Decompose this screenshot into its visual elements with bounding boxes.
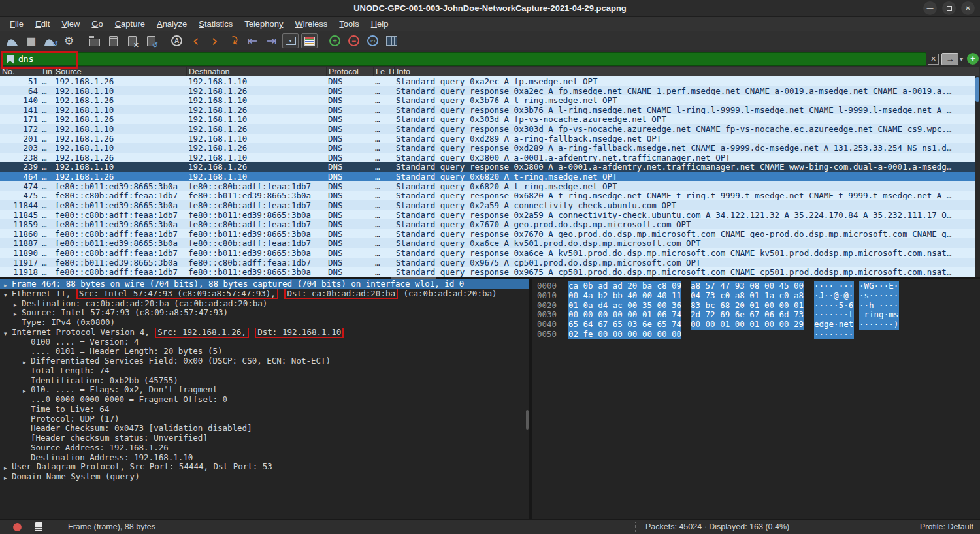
- packet-row-474[interactable]: 474…fe80::b011:ed39:8665:3b0afe80::c80b:…: [0, 181, 975, 191]
- collapsed-arrow-icon[interactable]: ▸: [14, 309, 17, 318]
- ascii-bytes[interactable]: ··h ····: [859, 301, 899, 311]
- add-filter-button[interactable]: +: [967, 53, 979, 65]
- packet-row-11859[interactable]: 11859…fe80::b011:ed39:8665:3b0afe80::c80…: [0, 219, 975, 229]
- detail-line[interactable]: Total Length: 74: [0, 366, 529, 376]
- ascii-bytes[interactable]: ···· ···: [814, 281, 854, 291]
- colorize-icon[interactable]: [301, 33, 318, 49]
- detail-line[interactable]: ▾Ethernet II, Src: Intel_57:47:93 (c8:09…: [0, 289, 529, 299]
- expert-info-icon[interactable]: [13, 523, 22, 531]
- hex-row[interactable]: 003000 00 00 00 00 01 06 742d 72 69 6e 6…: [532, 310, 980, 320]
- detail-line[interactable]: ▸010. .... = Flags: 0x2, Don't fragment: [0, 385, 529, 395]
- menu-analyze[interactable]: Analyze: [151, 17, 193, 31]
- menu-file[interactable]: File: [4, 17, 29, 31]
- menu-wireless[interactable]: Wireless: [289, 17, 334, 31]
- collapsed-arrow-icon[interactable]: ▸: [4, 463, 7, 472]
- collapsed-arrow-icon[interactable]: ▸: [23, 358, 26, 366]
- menu-capture[interactable]: Capture: [109, 17, 151, 31]
- detail-line[interactable]: Source Address: 192.168.1.26: [0, 443, 529, 453]
- packet-row-201[interactable]: 201…192.168.1.26192.168.1.10DNS…Standard…: [0, 134, 975, 144]
- ascii-bytes[interactable]: ·WG···E·: [859, 281, 899, 291]
- hex-bytes[interactable]: 00 4a b2 bb 40 00 40 11: [568, 291, 681, 301]
- detail-line[interactable]: [Header checksum status: Unverified]: [0, 433, 529, 443]
- packet-row-140[interactable]: 140…192.168.1.26192.168.1.10DNS…Standard…: [0, 95, 975, 105]
- packet-row-11844[interactable]: 11844…fe80::b011:ed39:8665:3b0afe80::c80…: [0, 200, 975, 210]
- detail-line[interactable]: ▸Source: Intel_57:47:93 (c8:09:a8:57:47:…: [0, 308, 529, 318]
- expanded-arrow-icon[interactable]: ▾: [4, 329, 7, 338]
- hex-bytes[interactable]: 00 00 00 00 00 01 06 74: [568, 310, 681, 320]
- scrollbar-thumb[interactable]: [975, 77, 979, 102]
- menu-tools[interactable]: Tools: [333, 17, 365, 31]
- packet-row-464[interactable]: 464…192.168.1.26192.168.1.10DNS…Standard…: [0, 172, 975, 181]
- reload-file-icon[interactable]: ↺: [142, 33, 160, 49]
- column-header-tc[interactable]: TC: [385, 67, 395, 76]
- apply-filter-button[interactable]: →: [941, 53, 958, 65]
- ascii-bytes[interactable]: edge·net: [814, 320, 854, 330]
- detail-line[interactable]: .... 0101 = Header Length: 20 bytes (5): [0, 347, 529, 356]
- packet-row-238[interactable]: 238…192.168.1.26192.168.1.10DNS…Standard…: [0, 153, 975, 163]
- detail-line[interactable]: ▸User Datagram Protocol, Src Port: 54444…: [0, 462, 529, 472]
- resize-columns-icon[interactable]: [383, 33, 400, 49]
- minimize-button[interactable]: —: [923, 1, 937, 15]
- expanded-arrow-icon[interactable]: ▾: [4, 291, 7, 299]
- hex-bytes[interactable]: 65 64 67 65 03 6e 65 74: [568, 320, 681, 330]
- packet-row-11860[interactable]: 11860…fe80::c80b:adff:feaa:1db7fe80::b01…: [0, 229, 975, 239]
- restart-capture-icon[interactable]: ↺: [41, 33, 59, 49]
- packet-row-51[interactable]: 51…192.168.1.26192.168.1.10DNS…Standard …: [0, 76, 975, 86]
- start-capture-icon[interactable]: [3, 33, 21, 49]
- hex-row[interactable]: 005002 fe 00 00 00 00 00 00········: [532, 330, 980, 339]
- clear-filter-button[interactable]: ✕: [928, 54, 939, 65]
- hex-bytes[interactable]: 04 73 c0 a8 01 1a c0 a8: [691, 291, 804, 301]
- packet-row-11918[interactable]: 11918…fe80::c80b:adff:feaa:1db7fe80::b01…: [0, 267, 975, 277]
- detail-line[interactable]: Identification: 0xb2bb (45755): [0, 376, 529, 386]
- zoom-in-icon[interactable]: +: [326, 33, 344, 49]
- collapsed-arrow-icon[interactable]: ▸: [4, 281, 7, 289]
- close-button[interactable]: ✕: [961, 1, 975, 15]
- splitter-handle-icon[interactable]: [391, 277, 436, 279]
- ascii-bytes[interactable]: ········: [814, 330, 854, 339]
- save-file-icon[interactable]: [105, 33, 122, 49]
- menu-help[interactable]: Help: [365, 17, 395, 31]
- column-header-tin[interactable]: Tin: [39, 67, 54, 76]
- packet-row-11887[interactable]: 11887…fe80::b011:ed39:8665:3b0afe80::c80…: [0, 238, 975, 248]
- menu-go[interactable]: Go: [86, 17, 108, 31]
- display-filter-field[interactable]: [2, 52, 926, 66]
- detail-line[interactable]: ▾Internet Protocol Version 4, Src: 192.1…: [0, 328, 529, 338]
- hex-bytes[interactable]: ca 0b ad ad 20 ba c8 09: [568, 281, 681, 291]
- detail-line[interactable]: ▸Domain Name System (query): [0, 472, 529, 482]
- close-file-icon[interactable]: ✕: [123, 33, 141, 49]
- packet-list-scrollbar[interactable]: [975, 76, 980, 277]
- find-packet-icon[interactable]: A: [168, 33, 186, 49]
- go-back-icon[interactable]: ‹: [187, 33, 204, 49]
- first-packet-icon[interactable]: ⇤: [244, 33, 261, 49]
- ascii-bytes[interactable]: ·······t: [814, 310, 854, 320]
- menu-edit[interactable]: Edit: [29, 17, 56, 31]
- hex-row[interactable]: 0000ca 0b ad ad 20 ba c8 09a8 57 47 93 0…: [532, 281, 980, 291]
- status-profile[interactable]: Profile: Default: [920, 522, 973, 531]
- stop-capture-icon[interactable]: ■: [22, 33, 40, 49]
- packet-row-64[interactable]: 64…192.168.1.10192.168.1.26DNS…Standard …: [0, 86, 975, 96]
- filter-input[interactable]: [18, 54, 926, 64]
- collapsed-arrow-icon[interactable]: ▸: [14, 300, 17, 309]
- hex-row[interactable]: 004065 64 67 65 03 6e 65 7400 00 01 00 0…: [532, 320, 980, 330]
- maximize-button[interactable]: [942, 1, 956, 15]
- packet-row-11917[interactable]: 11917…fe80::b011:ed39:8665:3b0afe80::c80…: [0, 258, 975, 268]
- column-header-lei[interactable]: Lei: [374, 67, 385, 76]
- ascii-bytes[interactable]: ·s······: [859, 291, 899, 301]
- hex-bytes[interactable]: 83 bc 68 20 01 00 00 01: [691, 301, 804, 311]
- last-packet-icon[interactable]: ⇥: [263, 33, 280, 49]
- detail-line[interactable]: Type: IPv4 (0x0800): [0, 318, 529, 328]
- column-header-no[interactable]: No.: [0, 67, 39, 76]
- column-header-source[interactable]: Source: [54, 67, 187, 76]
- detail-line[interactable]: Header Checksum: 0x0473 [validation disa…: [0, 424, 529, 433]
- packet-row-475[interactable]: 475…fe80::c80b:adff:feaa:1db7fe80::b011:…: [0, 191, 975, 200]
- hex-row[interactable]: 001000 4a b2 bb 40 00 40 1104 73 c0 a8 0…: [532, 291, 980, 301]
- filter-dropdown-icon[interactable]: ▾: [960, 55, 963, 63]
- column-header-protocol[interactable]: Protocol: [327, 67, 374, 76]
- menu-telephony[interactable]: Telephony: [238, 17, 289, 31]
- ascii-bytes[interactable]: ·······): [859, 320, 899, 330]
- detail-line[interactable]: ...0 0000 0000 0000 = Fragment Offset: 0: [0, 395, 529, 405]
- packet-row-11845[interactable]: 11845…fe80::c80b:adff:feaa:1db7fe80::b01…: [0, 210, 975, 220]
- go-to-packet-icon[interactable]: ↷: [225, 33, 242, 49]
- hex-bytes[interactable]: 01 0a d4 ac 00 35 00 36: [568, 301, 681, 311]
- packet-row-239[interactable]: 239…192.168.1.10192.168.1.26DNS…Standard…: [0, 162, 975, 172]
